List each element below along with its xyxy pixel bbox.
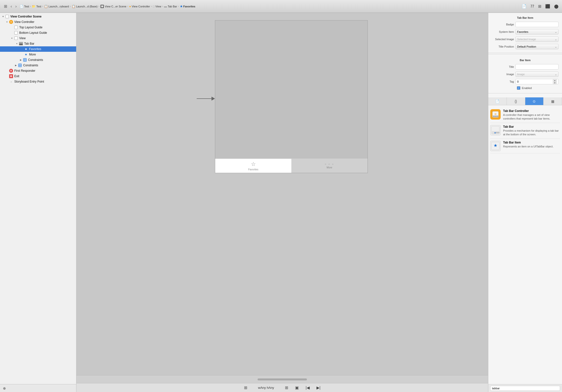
svg-point-21 — [498, 132, 499, 133]
tag-row: Tag 0 ▲ ▼ — [488, 78, 562, 85]
constraints-outer-toggle[interactable]: ▶ — [14, 64, 18, 67]
tag-stepper-down[interactable]: ▼ — [553, 82, 557, 84]
obj-title-tab-bar: Tab Bar — [503, 125, 560, 128]
more-label: More — [29, 53, 36, 56]
enabled-checkbox[interactable]: ✓ — [517, 86, 520, 90]
title-position-select[interactable]: Default Position ⌄ — [515, 44, 559, 49]
tab-favorites[interactable]: ☆ Favorites — [215, 159, 291, 173]
layout-btn[interactable]: ⊞ — [537, 3, 542, 9]
view-toggle[interactable]: ▾ — [10, 37, 14, 39]
tab-grid-inspector[interactable]: ▦ — [544, 97, 562, 105]
bc-sep-4: › — [98, 5, 99, 8]
iphone-tabbar: ☆ Favorites ○ ○ ○ More — [215, 159, 368, 173]
tabbar-label: Tab Bar — [24, 42, 34, 45]
tree-item-tabbar[interactable]: ▾ Tab Bar — [0, 41, 76, 46]
breadcrumb: 📄 Test › 📁 Test › 📋 Launch...ryboard › 📋… — [20, 5, 519, 8]
selected-image-label: Selected Image — [492, 38, 514, 41]
entry-icon: → — [9, 79, 13, 84]
tree-item-constraints-inner[interactable]: ▶ Constraints — [0, 57, 76, 63]
tree-item-view[interactable]: ▾ View — [0, 36, 76, 41]
tab-file-inspector[interactable]: 📄 — [488, 97, 507, 105]
bc-item-favorites[interactable]: ★ Favorites — [180, 5, 195, 8]
selected-image-row: Selected Image Selected Image ⌄ — [488, 36, 562, 43]
svg-rect-4 — [24, 60, 25, 61]
selected-image-arrow-icon: ⌄ — [555, 38, 557, 41]
scene-toggle[interactable]: ▾ — [1, 15, 5, 18]
iphone-frame: ☆ Favorites ○ ○ ○ More — [215, 20, 368, 173]
constraints-inner-toggle[interactable]: ▶ — [19, 59, 23, 61]
tag-stepper[interactable]: ▲ ▼ — [553, 79, 557, 84]
constraints-inner-label: Constraints — [28, 58, 43, 62]
title-position-row: Title Position Default Position ⌄ — [488, 43, 562, 50]
tabbar-toggle[interactable]: ▾ — [15, 42, 19, 45]
obj-item-tab-bar[interactable]: ★ Tab Bar Provides a mechanism for displ… — [490, 123, 560, 139]
obj-desc-tab-bar: Provides a mechanism for displaying a ta… — [503, 129, 560, 137]
obj-icon-tab-bar-item: ★ — [490, 141, 501, 151]
vc-toggle[interactable]: ▾ — [5, 21, 9, 23]
tab-circle-inspector[interactable]: ⊙ — [525, 97, 544, 105]
canvas-scrollbar-thumb[interactable] — [258, 378, 307, 380]
tab-bar-item-icon: ★ — [490, 141, 501, 151]
debug-btn[interactable]: ⬛ — [544, 3, 551, 9]
bar-title-input[interactable] — [515, 64, 559, 70]
enabled-label: Enabled — [522, 87, 532, 89]
inspector-bar-item-section: Bar Item Title Image Image ⌄ Tag 0 — [488, 55, 562, 93]
nav-forward-btn[interactable]: › — [14, 4, 18, 9]
nav-back-btn[interactable]: ‹ — [9, 4, 13, 9]
vc-icon: V — [9, 20, 13, 24]
favorites-star-icon: ★ — [24, 47, 28, 51]
tab-more[interactable]: ○ ○ ○ More — [291, 159, 368, 173]
bc-item-launch2[interactable]: 📋 Launch...d (Base) — [72, 5, 98, 8]
bottom-layout-icon — [14, 31, 18, 35]
bc-item-vc[interactable]: ● View Controller — [129, 5, 150, 8]
selected-image-select[interactable]: Selected Image ⌄ — [515, 36, 559, 42]
obj-item-tab-bar-controller[interactable]: ⊞ Tab Bar Controller A controller that m… — [490, 107, 560, 123]
bc-item-tabbar[interactable]: ▬ Tab Bar — [164, 5, 177, 8]
footer-btn-2[interactable]: ▣ — [294, 385, 300, 391]
tree-item-favorites[interactable]: ★ Favorites — [0, 46, 76, 52]
bc-item-view[interactable]: □ View — [153, 5, 161, 8]
image-select[interactable]: Image ⌄ — [515, 71, 559, 77]
bc-sep-8: › — [178, 5, 179, 8]
obj-desc-tab-bar-item: Represents an item on a UITabBar object. — [503, 145, 560, 148]
footer-btn-1[interactable]: ⊞ — [284, 385, 289, 391]
tree-item-constraints-outer[interactable]: ▶ Constraints — [0, 63, 76, 68]
tree-item-exit[interactable]: ⊠ Exit — [0, 73, 76, 79]
tree-item-entry[interactable]: → Storyboard Entry Point — [0, 79, 76, 84]
toggle-sidebar-btn[interactable]: ⊞ — [243, 385, 248, 391]
tree-item-top-layout[interactable]: Top Layout Guide — [0, 25, 76, 30]
tree-item-more[interactable]: ★ More — [0, 52, 76, 57]
main-area: ▾ View Controller Scene ▾ V View Control… — [0, 13, 562, 392]
badge-input[interactable] — [515, 22, 559, 27]
bc-item-test1[interactable]: 📄 Test — [20, 5, 29, 8]
obj-desc-tab-bar-controller: A controller that manages a set of view … — [503, 113, 560, 121]
grid-btn[interactable]: ⊞ — [2, 3, 9, 9]
object-library: ⊞ Tab Bar Controller A controller that m… — [488, 105, 562, 384]
help-btn[interactable]: ⁇ — [529, 3, 535, 9]
filter-input[interactable] — [490, 386, 560, 391]
footer-btn-3[interactable]: |◀ — [305, 385, 311, 391]
system-item-select[interactable]: Favorites ⌄ — [515, 29, 559, 35]
tab-curly-inspector[interactable]: {} — [507, 97, 525, 105]
footer-btn-4[interactable]: ▶| — [316, 385, 321, 391]
bc-item-test2[interactable]: 📁 Test — [32, 5, 41, 8]
tree-scene-header[interactable]: ▾ View Controller Scene — [0, 14, 76, 19]
obj-item-tab-bar-item[interactable]: ★ Tab Bar Item Represents an item on a U… — [490, 139, 560, 153]
bc-item-scene[interactable]: 🔲 View C...er Scene — [100, 5, 126, 8]
add-object-btn[interactable]: ⊕ — [2, 386, 7, 391]
left-panel-bottom: ⊕ — [0, 384, 76, 392]
tree-item-first-responder[interactable]: R First Responder — [0, 68, 76, 73]
bc-item-launch1[interactable]: 📋 Launch...ryboard — [44, 5, 69, 8]
obj-text-tab-bar: Tab Bar Provides a mechanism for display… — [503, 125, 560, 137]
svg-text:★: ★ — [493, 143, 497, 148]
svg-rect-12 — [493, 116, 495, 117]
bc-label-favorites: Favorites — [183, 5, 195, 8]
tree-item-bottom-layout[interactable]: Bottom Layout Guide — [0, 30, 76, 36]
obj-text-tab-bar-item: Tab Bar Item Represents an item on a UIT… — [503, 141, 560, 148]
file-inspector-icon: 📄 — [495, 99, 499, 103]
assistant-btn[interactable]: ⬤ — [553, 3, 560, 9]
circle-inspector-icon: ⊙ — [533, 99, 536, 103]
file-inspector-btn[interactable]: 📄 — [521, 3, 527, 9]
tag-stepper-up[interactable]: ▲ — [553, 79, 557, 82]
tree-item-vc[interactable]: ▾ V View Controller — [0, 19, 76, 25]
